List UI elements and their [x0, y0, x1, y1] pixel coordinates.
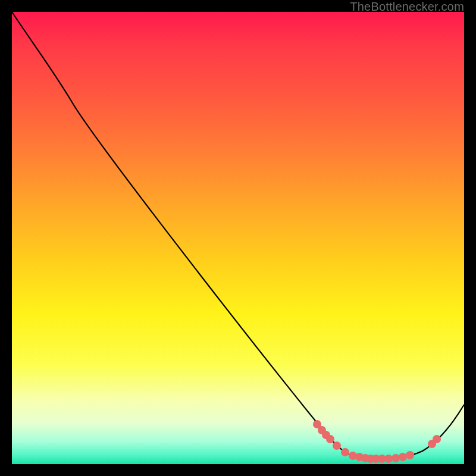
highlight-dot: [433, 435, 441, 443]
highlight-dot: [333, 441, 341, 450]
highlight-dot: [326, 435, 334, 443]
bottleneck-curve: [12, 12, 464, 459]
gradient-plot-area: [12, 12, 464, 464]
highlight-dots: [313, 420, 441, 463]
highlight-dot: [341, 448, 349, 456]
highlight-dot: [392, 454, 400, 462]
highlight-dot: [406, 451, 414, 459]
highlight-dot: [399, 453, 407, 461]
chart-stage: TheBottlenecker.com: [0, 0, 476, 476]
highlight-dot: [384, 455, 393, 463]
curve-layer: [12, 12, 464, 464]
watermark-text: TheBottlenecker.com: [350, 0, 464, 14]
